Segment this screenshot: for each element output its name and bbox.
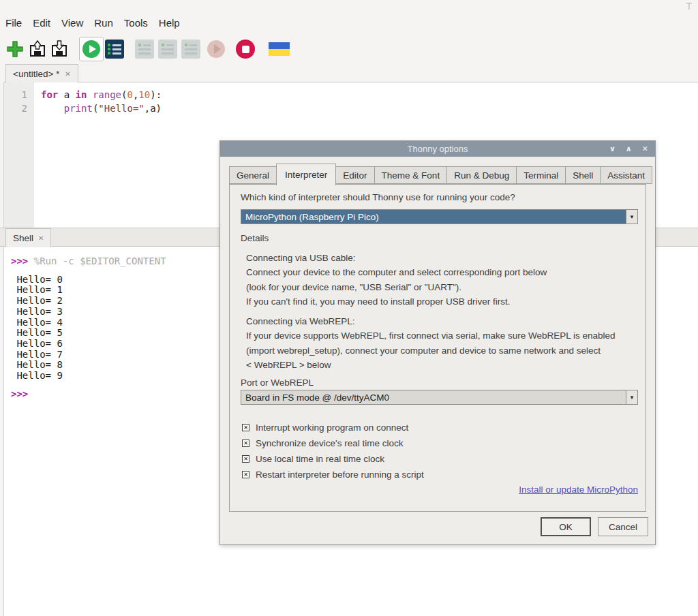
thonny-options-dialog: Thonny options ∨ ∧ ✕ GeneralInterpreterE… [219, 140, 656, 545]
tab-general[interactable]: General [229, 166, 277, 184]
close-icon[interactable]: ✕ [65, 70, 70, 78]
checkbox-icon[interactable]: ✕ [242, 424, 249, 431]
cancel-button[interactable]: Cancel [598, 517, 648, 536]
checkbox-list: ✕Interrupt working program on connect✕Sy… [242, 422, 424, 485]
interpreter-question-label: Which kind of interpreter should Thonny … [241, 192, 515, 202]
interpreter-select[interactable]: MicroPython (Raspberry Pi Pico) ▾ [241, 209, 638, 224]
ukraine-flag-icon [269, 42, 290, 56]
tab-terminal[interactable]: Terminal [516, 166, 566, 184]
info-line: < WebREPL > below [246, 358, 616, 372]
resume-button[interactable] [207, 40, 225, 58]
tab-assistant[interactable]: Assistant [600, 166, 652, 184]
dialog-body: GeneralInterpreterEditorTheme & FontRun … [220, 157, 655, 544]
floppy-down-arrow-icon [50, 40, 68, 58]
dialog-titlebar[interactable]: Thonny options ∨ ∧ ✕ [220, 141, 655, 157]
editor-tab-untitled[interactable]: <untitled> * ✕ [5, 64, 78, 82]
menu-item-edit[interactable]: Edit [27, 16, 56, 29]
menu-item-view[interactable]: View [56, 16, 89, 29]
interpreter-panel: Which kind of interpreter should Thonny … [229, 184, 646, 512]
menu-item-help[interactable]: Help [153, 16, 185, 29]
menu-bar: FileEditViewRunToolsHelp [5, 16, 185, 29]
green-play-circle-icon [82, 40, 101, 59]
webrepl-info-paragraph: Connecting via WebREPL:If your device su… [246, 314, 616, 372]
dialog-title: Thonny options [220, 141, 655, 157]
debug-list-icon [105, 40, 124, 59]
details-label: Details [241, 233, 269, 243]
chevron-down-icon[interactable]: ∨ [609, 145, 616, 153]
resume-play-icon [207, 40, 225, 58]
step-out-button[interactable] [181, 40, 200, 59]
port-select[interactable]: Board in FS mode @ /dev/ttyACM0 ▾ [241, 390, 638, 405]
shell-command: %Run -c $EDITOR_CONTENT [34, 256, 166, 266]
checkbox-icon[interactable]: ✕ [242, 455, 249, 463]
code-area[interactable]: for a in range(0,10): print("Hello=",a) [41, 82, 698, 115]
checkbox-use-local-time-in-real-time-clock[interactable]: ✕Use local time in real time clock [242, 454, 424, 464]
line-number-gutter: 12 [4, 82, 34, 228]
step-into-button[interactable] [158, 40, 177, 59]
new-file-button[interactable] [5, 40, 25, 59]
open-file-button[interactable] [29, 40, 46, 58]
step-over-button[interactable] [135, 40, 154, 59]
info-line: (import webrepl_setup), connect your com… [246, 343, 616, 358]
info-line: If you can't find it, you may need to in… [246, 294, 547, 309]
toolbar [5, 35, 290, 63]
editor-tab-label: <untitled> * [13, 69, 59, 79]
code-line: print("Hello=",a) [41, 102, 698, 115]
info-line: Connecting via WebREPL: [246, 314, 616, 328]
ok-button[interactable]: OK [541, 517, 591, 536]
info-line: Connect your device to the computer and … [246, 265, 547, 279]
close-icon[interactable]: ✕ [642, 145, 648, 153]
step-into-icon [158, 40, 177, 59]
step-over-icon [135, 40, 154, 59]
port-label: Port or WebREPL [241, 378, 314, 388]
shell-prompt: >>> [11, 256, 34, 266]
tab-editor[interactable]: Editor [335, 166, 374, 184]
line-number: 2 [4, 102, 34, 115]
stop-circle-icon [236, 40, 255, 59]
tab-shell[interactable]: Shell [565, 166, 601, 184]
menu-item-tools[interactable]: Tools [119, 16, 153, 29]
info-line: If your device supports WebREPL, first c… [246, 328, 616, 343]
save-file-button[interactable] [50, 40, 68, 58]
checkbox-interrupt-working-program-on-connect[interactable]: ✕Interrupt working program on connect [242, 422, 424, 433]
dropdown-arrow-icon[interactable]: ▾ [626, 390, 637, 404]
floppy-up-arrow-icon [29, 40, 46, 58]
info-line: Connecting via USB cable: [246, 251, 547, 265]
tab-theme-font[interactable]: Theme & Font [374, 166, 448, 184]
debug-button[interactable] [105, 40, 124, 59]
info-line: (look for your device name, "USB Serial"… [246, 280, 547, 294]
interpreter-select-value: MicroPython (Raspberry Pi Pico) [241, 210, 626, 224]
install-micropython-link[interactable]: Install or update MicroPython [519, 484, 638, 495]
dialog-tab-bar: GeneralInterpreterEditorTheme & FontRun … [229, 166, 652, 184]
checkbox-synchronize-device-s-real-time-clock[interactable]: ✕Synchronize device's real time clock [242, 438, 424, 448]
run-button[interactable] [79, 37, 104, 61]
shell-prompt: >>> [11, 388, 28, 399]
checkbox-restart-interpreter-before-running-a-script[interactable]: ✕Restart interpreter before running a sc… [242, 469, 424, 480]
step-out-icon [181, 40, 200, 59]
usb-info-paragraph: Connecting via USB cable:Connect your de… [246, 251, 547, 309]
plus-icon [5, 40, 25, 59]
window-title-overflow: T [686, 1, 692, 12]
line-number: 1 [4, 88, 34, 102]
checkbox-label: Interrupt working program on connect [256, 422, 408, 433]
tab-interpreter[interactable]: Interpreter [276, 164, 336, 185]
checkbox-label: Synchronize device's real time clock [256, 438, 403, 448]
shell-tab[interactable]: Shell ✕ [5, 228, 51, 247]
checkbox-label: Restart interpreter before running a scr… [256, 469, 424, 480]
checkbox-label: Use local time in real time clock [256, 454, 384, 464]
checkbox-icon[interactable]: ✕ [242, 440, 249, 447]
close-icon[interactable]: ✕ [38, 234, 44, 242]
checkbox-icon[interactable]: ✕ [242, 471, 249, 478]
port-select-value: Board in FS mode @ /dev/ttyACM0 [241, 390, 626, 404]
menu-item-run[interactable]: Run [89, 16, 119, 29]
shell-tab-label: Shell [13, 233, 33, 243]
stop-button[interactable] [236, 40, 255, 59]
chevron-up-icon[interactable]: ∧ [626, 145, 632, 153]
tab-run-debug[interactable]: Run & Debug [446, 166, 517, 184]
code-line: for a in range(0,10): [41, 88, 698, 102]
menu-item-file[interactable]: File [5, 16, 27, 29]
dropdown-arrow-icon[interactable]: ▾ [626, 210, 637, 224]
